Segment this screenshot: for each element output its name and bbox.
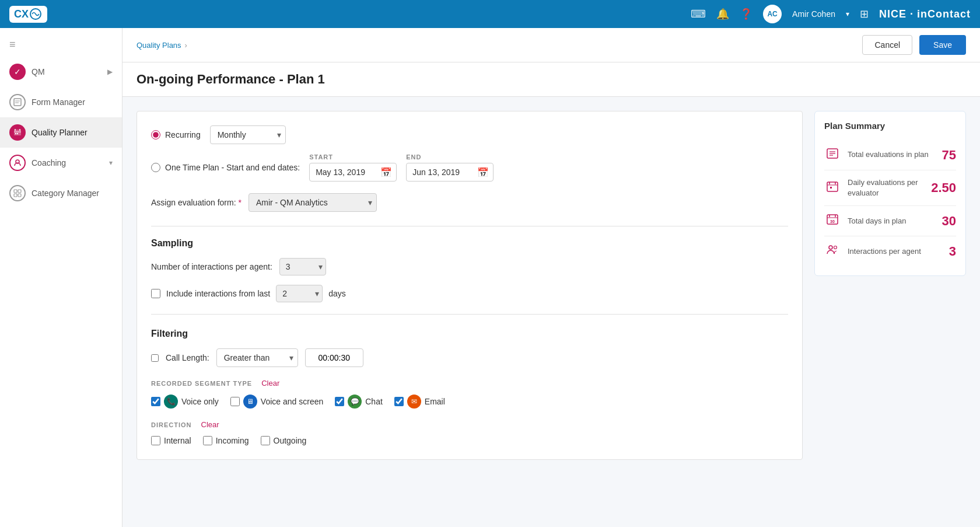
voice-screen-checkbox[interactable] [230, 397, 240, 406]
start-label: START [309, 153, 397, 160]
incoming-option: Incoming [203, 436, 249, 445]
chat-checkbox[interactable] [335, 397, 344, 406]
breadcrumb-separator: › [185, 41, 187, 50]
sidebar-item-quality-planner[interactable]: Quality Planner [0, 117, 122, 148]
email-checkbox[interactable] [394, 397, 404, 406]
recurring-option[interactable]: Recurring [151, 130, 201, 139]
total-evals-value: 75 [942, 148, 956, 163]
include-days-select-wrapper[interactable]: 12357 [276, 285, 323, 302]
end-date-wrap: 📅 [406, 163, 494, 182]
category-svg-icon [13, 189, 22, 197]
avatar[interactable]: AC [763, 5, 782, 23]
total-evals-icon [824, 147, 841, 163]
grid-icon[interactable]: ⊞ [860, 8, 869, 20]
days-label: days [328, 289, 346, 298]
qm-chevron-icon: ▶ [107, 68, 113, 76]
incoming-checkbox[interactable] [203, 436, 212, 445]
outgoing-checkbox[interactable] [261, 436, 270, 445]
sidebar-item-category-manager[interactable]: Category Manager [0, 178, 122, 208]
keyboard-icon[interactable]: ⌨ [691, 8, 706, 20]
outgoing-label: Outgoing [274, 436, 307, 445]
call-length-checkbox[interactable] [151, 354, 159, 362]
content-header: Quality Plans › Cancel Save [123, 28, 980, 62]
monthly-select[interactable]: Monthly Weekly Daily [210, 125, 286, 144]
monthly-select-wrapper[interactable]: Monthly Weekly Daily [210, 125, 286, 144]
user-chevron-icon[interactable]: ▾ [846, 10, 849, 18]
num-interactions-select-wrapper[interactable]: 12345 [279, 258, 326, 275]
num-interactions-select[interactable]: 12345 [279, 258, 326, 275]
bell-icon[interactable]: 🔔 [716, 8, 729, 20]
daily-svg-icon [826, 180, 839, 193]
logo[interactable]: CX [9, 6, 47, 23]
svg-rect-12 [18, 190, 21, 193]
coaching-svg-icon [13, 159, 22, 167]
user-name[interactable]: Amir Cohen [792, 9, 835, 19]
form-main: Recurring Monthly Weekly Daily One Time … [136, 111, 803, 460]
sidebar-item-qm[interactable]: ✓ QM ▶ [0, 57, 122, 87]
sidebar-item-coaching-label: Coaching [32, 158, 66, 167]
category-manager-icon [9, 185, 26, 201]
recurring-radio[interactable] [151, 130, 160, 139]
start-date-wrap: 📅 [309, 163, 397, 182]
sidebar-item-qm-label: QM [32, 67, 45, 76]
incoming-label: Incoming [216, 436, 249, 445]
svg-point-30 [834, 246, 837, 249]
total-evals-label: Total evaluations in plan [848, 149, 935, 160]
internal-checkbox[interactable] [151, 436, 160, 445]
total-days-label: Total days in plan [848, 216, 935, 226]
one-time-radio[interactable] [151, 163, 160, 172]
logo-cx: CX [14, 8, 29, 20]
email-icon: ✉ [407, 395, 421, 409]
eval-form-row: Assign evaluation form: * Amir - QM Anal… [151, 193, 788, 212]
direction-label: DIRECTION [151, 421, 192, 428]
segment-clear-button[interactable]: Clear [261, 379, 279, 388]
one-time-option[interactable]: One Time Plan - Start and end dates: [151, 163, 300, 172]
total-days-item: 30 Total days in plan 30 [824, 206, 956, 236]
eval-form-select[interactable]: Amir - QM Analytics [249, 193, 377, 212]
include-interactions-checkbox[interactable] [151, 289, 160, 298]
greater-than-select[interactable]: Greater than Less than [216, 348, 298, 367]
eval-form-select-wrapper[interactable]: Amir - QM Analytics [249, 193, 377, 212]
end-label: END [406, 153, 494, 160]
interactions-agent-item: Interactions per agent 3 [824, 236, 956, 266]
end-date-input[interactable] [406, 163, 494, 182]
hamburger-menu-icon[interactable]: ≡ [0, 33, 122, 57]
breadcrumb-text: Quality Plans [136, 41, 181, 50]
call-length-row: Call Length: Greater than Less than [151, 348, 788, 367]
help-icon[interactable]: ❓ [740, 8, 752, 20]
cancel-button[interactable]: Cancel [862, 35, 912, 55]
svg-rect-14 [18, 194, 21, 197]
coaching-chevron-icon: ▾ [109, 159, 113, 167]
voice-only-label: Voice only [181, 397, 219, 406]
sidebar-item-form-manager[interactable]: Form Manager [0, 87, 122, 117]
start-date-input[interactable] [309, 163, 397, 182]
form-area: Recurring Monthly Weekly Daily One Time … [123, 97, 980, 474]
interactions-per-agent-row: Number of interactions per agent: 12345 [151, 258, 788, 275]
quality-planner-icon [9, 124, 26, 141]
direction-options: Internal Incoming Outgoing [151, 436, 788, 445]
voice-only-checkbox[interactable] [151, 397, 160, 406]
daily-evals-icon [824, 180, 841, 196]
total-days-value: 30 [942, 214, 956, 229]
direction-clear-button[interactable]: Clear [201, 420, 219, 429]
include-interactions-row: Include interactions from last 12357 day… [151, 285, 788, 302]
total-days-icon: 30 [824, 213, 841, 229]
time-input[interactable] [305, 348, 363, 367]
breadcrumb[interactable]: Quality Plans › [136, 41, 187, 50]
include-days-select[interactable]: 12357 [276, 285, 323, 302]
direction-header: DIRECTION Clear [151, 420, 788, 429]
save-button[interactable]: Save [919, 35, 966, 55]
one-time-label: One Time Plan - Start and end dates: [165, 163, 300, 172]
total-evals-item: Total evaluations in plan 75 [824, 140, 956, 170]
sidebar-item-category-manager-label: Category Manager [32, 189, 99, 198]
interactions-agent-value: 3 [949, 244, 956, 259]
greater-than-select-wrapper[interactable]: Greater than Less than [216, 348, 298, 367]
internal-option: Internal [151, 436, 191, 445]
sidebar-item-coaching[interactable]: Coaching ▾ [0, 148, 122, 178]
form-icon [13, 98, 22, 106]
filtering-section: Filtering Call Length: Greater than Less… [151, 329, 788, 445]
divider-2 [151, 314, 788, 315]
required-indicator: * [238, 198, 241, 207]
chat-label: Chat [365, 397, 383, 406]
brand-logo: NICE · inContact [879, 8, 971, 20]
